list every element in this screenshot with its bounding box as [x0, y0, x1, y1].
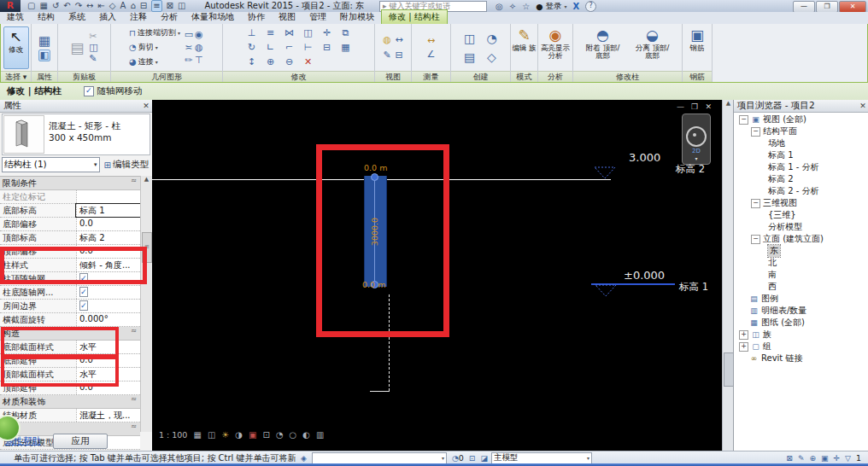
- level-2-elevation[interactable]: 3.000: [629, 151, 660, 164]
- prop-base-level[interactable]: 底部标高标高 1: [0, 204, 140, 218]
- tree-structural-plans[interactable]: −结构平面: [734, 125, 868, 137]
- tree-3d-views[interactable]: −三维视图: [734, 197, 868, 209]
- tree-view-3d[interactable]: {三维}: [734, 209, 868, 221]
- tab-massing-site[interactable]: 体量和场地: [185, 10, 241, 24]
- tree-view-north[interactable]: 北: [734, 257, 868, 269]
- reveal-hidden-elements-icon[interactable]: ○: [290, 430, 297, 440]
- align-icon[interactable]: ⊥: [248, 27, 256, 38]
- delete-icon[interactable]: ✕: [304, 56, 312, 67]
- tree-sheets[interactable]: ▦图纸 (全部): [734, 317, 868, 329]
- tree-groups[interactable]: +▢组: [734, 341, 868, 352]
- demolish-icon[interactable]: ✏: [185, 55, 192, 66]
- tab-modify-structural-columns[interactable]: 修改 | 结构柱: [381, 9, 448, 24]
- close-icon[interactable]: ✕: [140, 102, 152, 110]
- scale-icon[interactable]: ↕: [248, 56, 255, 67]
- properties-header[interactable]: 属性 ✕: [0, 100, 152, 113]
- tree-revit-links[interactable]: ∞Revit 链接: [734, 352, 868, 364]
- rotate-icon[interactable]: ↻: [248, 42, 255, 53]
- scroll-up-icon[interactable]: ▲: [726, 100, 730, 107]
- steering-wheel-icon[interactable]: [686, 126, 707, 147]
- scrollbar-thumb[interactable]: ≡: [142, 232, 152, 263]
- trim-corner-icon[interactable]: ∟: [267, 42, 274, 53]
- tree-view-east[interactable]: 东: [734, 245, 868, 257]
- prop-top-level[interactable]: 顶部标高标高 2: [0, 231, 140, 245]
- drawing-area[interactable]: — ❐ ✕ 2D ▾ 3.000 标高 2 ±0.000 标高 1 0.0 m …: [152, 100, 722, 451]
- close-button[interactable]: ✕: [839, 1, 866, 13]
- expand-icon[interactable]: −: [739, 115, 748, 125]
- search-icon[interactable]: ◎: [496, 2, 503, 11]
- cut-geometry-button[interactable]: ◔ 剪切▾: [129, 41, 180, 55]
- tree-views-all[interactable]: −▣视图 (全部): [734, 114, 868, 125]
- panel-label-clipboard[interactable]: 剪贴板: [58, 71, 110, 82]
- favorites-icon[interactable]: ☆: [522, 2, 530, 11]
- properties-icon[interactable]: ▦: [38, 33, 50, 49]
- tree-view-level-1[interactable]: 标高 1: [734, 149, 868, 161]
- panel-label-modify-column[interactable]: 修改柱: [573, 71, 682, 82]
- tab-architecture[interactable]: 建筑: [0, 10, 31, 24]
- help-icon[interactable]: ?: [585, 1, 596, 12]
- restore-button[interactable]: ❐: [816, 1, 838, 13]
- expand-icon[interactable]: −: [751, 235, 760, 244]
- cope-button[interactable]: ⊓ 连接端切割▾: [129, 26, 180, 40]
- chevron-down-icon[interactable]: ▾: [695, 155, 697, 161]
- prop-top-extension[interactable]: 顶部延伸0.0: [0, 382, 140, 395]
- match-type-icon[interactable]: ✎: [89, 54, 97, 64]
- tab-analyze[interactable]: 分析: [154, 10, 185, 24]
- navigation-bar[interactable]: 2D ▾: [682, 114, 711, 165]
- tree-view-level-1-analytical[interactable]: 标高 1 - 分析: [734, 161, 868, 173]
- tree-view-site[interactable]: 场地: [734, 137, 868, 149]
- active-workset-dropdown[interactable]: ▾: [312, 452, 447, 464]
- hide-elements-icon[interactable]: ◍: [383, 35, 391, 45]
- checkbox-checked[interactable]: ✓: [79, 300, 88, 311]
- edit-family-button[interactable]: ✎ 编辑 族: [512, 26, 537, 70]
- tab-addins[interactable]: 附加模块: [333, 10, 381, 24]
- analytical-model-icon[interactable]: ▥: [316, 430, 324, 440]
- copy-icon[interactable]: ◫: [89, 43, 97, 53]
- tree-elevations[interactable]: −立面 (建筑立面): [734, 233, 868, 245]
- view-restore-icon[interactable]: ❐: [691, 103, 698, 111]
- tab-collaborate[interactable]: 协作: [241, 10, 272, 24]
- view-close-icon[interactable]: ✕: [705, 103, 712, 111]
- measure-tool-icon[interactable]: ↔: [427, 36, 435, 46]
- edit-type-button[interactable]: ⊞ 编辑类型: [103, 158, 150, 172]
- panel-label-properties[interactable]: 属性: [32, 71, 57, 82]
- rebar-button[interactable]: ▣ 钢筋: [683, 26, 712, 70]
- tree-legends[interactable]: ▤图例: [734, 293, 868, 305]
- prop-column-style[interactable]: 柱样式倾斜 - 角度...: [0, 259, 140, 272]
- tab-annotate[interactable]: 注释: [123, 10, 154, 24]
- crop-view-icon[interactable]: ▣: [249, 430, 256, 440]
- pin-icon[interactable]: ⊕: [267, 56, 274, 67]
- checkbox-checked[interactable]: ✓: [79, 287, 88, 297]
- beam-joins-icon[interactable]: ◉: [195, 30, 203, 40]
- create-assembly-icon[interactable]: ◔: [486, 32, 496, 45]
- move-icon[interactable]: ✛: [323, 27, 331, 38]
- join-geometry-button[interactable]: ◕ 连接▾: [129, 55, 180, 69]
- override-graphics-icon[interactable]: ✎: [383, 50, 390, 61]
- subscription-icon[interactable]: ✧: [509, 2, 516, 11]
- canvas-scrollbar[interactable]: ▲: [722, 100, 734, 451]
- select-links-icon[interactable]: ⊠: [786, 454, 793, 463]
- exclude-options-icon[interactable]: ◪: [480, 454, 488, 463]
- panel-label-reinforcement[interactable]: 钢筋: [683, 71, 712, 82]
- attach-top-base-button[interactable]: ◓ 附着 顶部/底部: [583, 26, 624, 70]
- array-icon[interactable]: ▦: [341, 42, 349, 53]
- detach-top-base-button[interactable]: ◒ 分离 顶部/底部: [632, 26, 673, 70]
- panel-label-mode[interactable]: 模式: [511, 71, 537, 82]
- mirror-pick-axis-icon[interactable]: ⋈: [284, 27, 294, 38]
- editing-requests-icon[interactable]: ◔: [452, 454, 459, 463]
- copy-element-icon[interactable]: ⧉: [343, 27, 349, 38]
- panel-label-select[interactable]: 选择 ▾: [1, 71, 31, 82]
- linework-icon[interactable]: ↔: [395, 35, 402, 45]
- scroll-up-icon[interactable]: ▲: [144, 176, 149, 183]
- design-option-dropdown[interactable]: 主模型 ▾: [491, 452, 592, 464]
- prop-structural-material[interactable]: 结构材质混凝土，现...: [0, 409, 140, 422]
- select-pinned-icon[interactable]: ⊕: [809, 454, 816, 463]
- checkbox-checked[interactable]: ✓: [79, 273, 88, 283]
- section-constraints[interactable]: 限制条件≈: [0, 177, 140, 190]
- expand-icon[interactable]: −: [751, 199, 760, 208]
- prop-cross-section-rotation[interactable]: 横截面旋转0.000°: [0, 313, 140, 327]
- prop-room-bounding[interactable]: 房间边界✓: [0, 300, 140, 313]
- tree-view-level-2[interactable]: 标高 2: [734, 173, 868, 185]
- prop-top-offset[interactable]: 顶部偏移0.0: [0, 245, 140, 259]
- shadows-icon[interactable]: ◑: [235, 430, 243, 440]
